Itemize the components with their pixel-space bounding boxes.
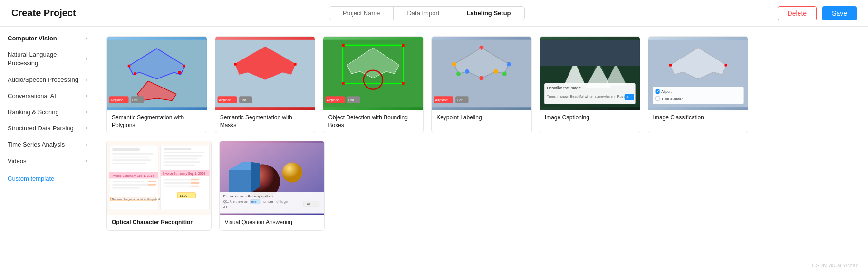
card-label-caption: Image Captioning: [540, 110, 640, 126]
svg-text:Car: Car: [241, 98, 246, 102]
svg-rect-99: [164, 179, 195, 181]
card-label-classify: Image Classification: [648, 110, 748, 126]
custom-template-link[interactable]: Custom template: [0, 171, 95, 186]
svg-text:Q1:  Are there an: Q1: Are there an: [223, 200, 248, 204]
svg-rect-8: [128, 65, 130, 67]
watermark: CSDN @Cai Yichao: [812, 263, 858, 268]
svg-rect-11: [178, 71, 181, 73]
content-area: Airplane Car Semantic Segmentation with …: [95, 27, 868, 274]
svg-text:✓: ✓: [657, 89, 660, 93]
sidebar-item-ranking-scoring[interactable]: Ranking & Scoring ›: [0, 104, 95, 120]
svg-text:A1...: A1...: [307, 202, 314, 206]
svg-text:Airport: Airport: [661, 89, 671, 94]
sidebar-item-computer-vision[interactable]: Computer Vision ›: [0, 30, 95, 47]
svg-text:Car: Car: [457, 98, 463, 102]
step-project-name[interactable]: Project Name: [329, 7, 394, 20]
header-actions: Delete Save: [778, 6, 857, 20]
chevron-right-icon: ›: [86, 125, 87, 132]
card-image-seg-mask: Airplane Car: [215, 37, 315, 110]
svg-rect-77: [112, 153, 153, 155]
sidebar-item-time-series[interactable]: Time Series Analysis ›: [0, 137, 95, 153]
chevron-right-icon: ›: [86, 93, 87, 99]
step-data-import[interactable]: Data Import: [394, 7, 453, 20]
svg-point-37: [507, 62, 511, 66]
card-image-caption: Describe the image: Trees in snow. Beaut…: [540, 37, 640, 110]
svg-rect-67: [724, 64, 727, 66]
card-label-seg-poly: Semantic Segmentation with Polygons: [107, 110, 207, 133]
svg-text:Trees in snow. Beautiful winte: Trees in snow. Beautiful winter somewher…: [547, 94, 630, 98]
step-labeling-setup[interactable]: Labeling Setup: [453, 7, 524, 20]
card-image-ocr: Invoice Summary Sep 1, 2014 The sole cha…: [107, 141, 211, 215]
svg-point-42: [456, 71, 461, 76]
card-classify[interactable]: ✓ Airport Train Station? Image Classific…: [648, 36, 749, 133]
svg-rect-102: [191, 179, 199, 181]
svg-rect-87: [148, 184, 156, 186]
save-button[interactable]: Save: [822, 6, 857, 20]
sidebar-item-audio[interactable]: Audio/Speech Processing ›: [0, 72, 95, 88]
card-image-classify: ✓ Airport Train Station?: [648, 37, 748, 110]
svg-rect-104: [191, 186, 199, 187]
svg-text:Car: Car: [132, 98, 138, 102]
svg-rect-80: [112, 163, 146, 164]
svg-point-39: [494, 69, 498, 74]
chevron-right-icon: ›: [86, 158, 87, 165]
svg-rect-92: [164, 152, 204, 153]
svg-rect-32: [402, 82, 404, 84]
svg-point-41: [465, 69, 469, 74]
svg-text:Go: Go: [626, 96, 630, 99]
delete-button[interactable]: Delete: [778, 6, 817, 20]
svg-text:Invoice Summary Sep 1, 2014: Invoice Summary Sep 1, 2014: [112, 174, 154, 178]
svg-rect-29: [342, 44, 345, 47]
steps-nav: Project Name Data Import Labeling Setup: [329, 6, 525, 20]
svg-rect-90: [161, 145, 210, 210]
card-obj-det[interactable]: Airplane Car Object Detection with Bound…: [323, 36, 424, 133]
card-label-keypoint: Keypoint Labeling: [432, 110, 531, 126]
card-ocr[interactable]: Invoice Summary Sep 1, 2014 The sole cha…: [106, 141, 212, 231]
card-vqa[interactable]: Please answer these questions: Q1: Are t…: [219, 141, 324, 231]
svg-text:Describe the image:: Describe the image:: [547, 86, 581, 90]
cards-grid-row2: Invoice Summary Sep 1, 2014 The sole cha…: [106, 141, 325, 231]
chevron-right-icon: ›: [86, 109, 87, 116]
svg-rect-31: [342, 82, 345, 84]
svg-rect-86: [148, 181, 156, 182]
svg-point-40: [479, 76, 483, 80]
svg-rect-83: [112, 181, 144, 182]
svg-rect-85: [112, 187, 139, 189]
chevron-right-icon: ›: [86, 56, 87, 62]
svg-rect-66: [669, 64, 671, 66]
svg-text:number: number: [262, 200, 274, 204]
chevron-right-icon: ›: [86, 77, 87, 83]
cards-grid-row1: Airplane Car Semantic Segmentation with …: [106, 36, 857, 133]
svg-text:11.00: 11.00: [180, 194, 188, 197]
sidebar-item-conversational-ai[interactable]: Conversational AI ›: [0, 88, 95, 104]
svg-rect-103: [191, 182, 199, 184]
card-image-obj-det: Airplane Car: [323, 37, 423, 110]
svg-text:of large: of large: [277, 200, 288, 204]
svg-rect-78: [112, 157, 148, 158]
svg-text:A1:: A1:: [223, 206, 229, 209]
svg-text:Airplane: Airplane: [219, 98, 231, 102]
svg-rect-30: [402, 44, 404, 47]
svg-point-38: [502, 71, 507, 76]
sidebar-item-nlp[interactable]: Natural Language Processing ›: [0, 47, 95, 71]
sidebar-item-videos[interactable]: Videos ›: [0, 153, 95, 169]
svg-text:even: even: [251, 200, 259, 204]
svg-text:Please answer these questions:: Please answer these questions:: [223, 194, 275, 198]
svg-text:Invoice Summary Sep 1, 2014: Invoice Summary Sep 1, 2014: [163, 172, 205, 176]
card-seg-mask[interactable]: Airplane Car Semantic Segmentation with …: [215, 36, 316, 133]
sidebar-item-structured-data[interactable]: Structured Data Parsing ›: [0, 120, 95, 137]
card-keypoint[interactable]: Airplane Car Keypoint Labeling: [431, 36, 532, 133]
card-image-keypoint: Airplane Car: [432, 37, 531, 110]
svg-rect-79: [112, 160, 151, 161]
svg-rect-57: [540, 40, 640, 66]
svg-text:Airplane: Airplane: [435, 98, 448, 102]
svg-text:The sole charges account for t: The sole charges account for this period…: [112, 198, 163, 201]
svg-rect-76: [112, 148, 139, 151]
card-caption[interactable]: Describe the image: Trees in snow. Beaut…: [540, 36, 640, 133]
card-image-vqa: Please answer these questions: Q1: Are t…: [220, 141, 324, 215]
card-label-ocr: Optical Character Recognition: [107, 215, 211, 230]
svg-rect-10: [134, 72, 136, 75]
svg-rect-9: [183, 65, 185, 67]
card-seg-poly[interactable]: Airplane Car Semantic Segmentation with …: [106, 36, 207, 133]
card-image-seg-poly: Airplane Car: [107, 37, 207, 110]
